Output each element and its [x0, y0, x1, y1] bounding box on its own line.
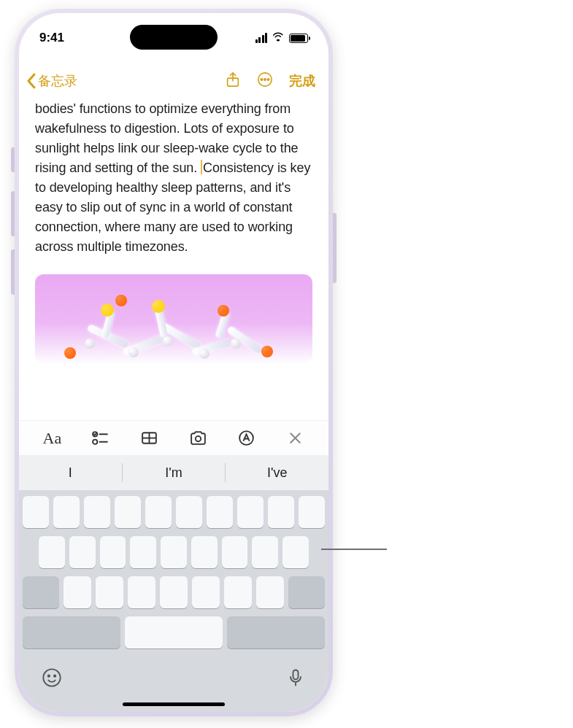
key[interactable] — [130, 536, 156, 568]
key[interactable] — [282, 536, 309, 568]
svg-point-18 — [54, 675, 55, 677]
key[interactable] — [192, 576, 220, 608]
phone-frame: 9:41 备忘录 — [15, 9, 333, 716]
emoji-icon[interactable] — [42, 667, 62, 691]
text-cursor — [201, 160, 202, 174]
mic-icon[interactable] — [285, 667, 306, 691]
svg-point-6 — [93, 440, 98, 444]
key[interactable] — [115, 496, 141, 528]
close-toolbar-button[interactable] — [281, 424, 310, 453]
suggestion-2[interactable]: I'm — [123, 458, 226, 488]
delete-key[interactable] — [288, 576, 325, 608]
space-key[interactable] — [125, 616, 223, 648]
svg-point-16 — [43, 669, 60, 686]
key[interactable] — [53, 496, 80, 528]
back-button[interactable]: 备忘录 — [26, 72, 77, 90]
svg-point-2 — [261, 79, 262, 80]
dynamic-island — [130, 25, 218, 50]
share-icon[interactable] — [225, 71, 241, 90]
key[interactable] — [252, 536, 278, 568]
suggestion-3[interactable]: I've — [226, 458, 328, 488]
svg-point-12 — [196, 436, 201, 441]
note-image[interactable] — [35, 274, 312, 363]
key[interactable] — [176, 496, 202, 528]
key[interactable] — [96, 576, 123, 608]
predictive-bar: I I'm I've — [19, 455, 328, 490]
callout-line — [321, 549, 387, 550]
key[interactable] — [100, 536, 126, 568]
key[interactable] — [160, 576, 188, 608]
key[interactable] — [69, 536, 96, 568]
svg-point-3 — [264, 79, 266, 80]
battery-icon — [289, 34, 308, 43]
key[interactable] — [191, 536, 218, 568]
back-label: 备忘录 — [38, 72, 77, 90]
text-format-button[interactable]: Aa — [37, 424, 66, 453]
key[interactable] — [128, 576, 155, 608]
side-button — [333, 213, 337, 283]
key[interactable] — [64, 576, 91, 608]
more-icon[interactable] — [257, 71, 273, 90]
wifi-icon — [272, 31, 285, 45]
key[interactable] — [39, 536, 65, 568]
suggestion-1[interactable]: I — [19, 458, 122, 488]
nav-bar: 备忘录 完成 — [19, 63, 328, 96]
keyboard[interactable] — [19, 490, 328, 712]
return-key[interactable] — [227, 616, 325, 648]
checklist-button[interactable] — [86, 424, 115, 453]
key[interactable] — [237, 496, 264, 528]
done-button[interactable]: 完成 — [289, 72, 315, 90]
svg-point-4 — [267, 79, 269, 80]
key[interactable] — [23, 496, 49, 528]
numbers-key[interactable] — [23, 616, 120, 648]
status-time: 9:41 — [39, 31, 64, 45]
key[interactable] — [256, 576, 284, 608]
table-button[interactable] — [135, 424, 164, 453]
key[interactable] — [299, 496, 325, 528]
shift-key[interactable] — [23, 576, 59, 608]
svg-rect-19 — [293, 670, 299, 680]
format-toolbar: Aa — [19, 420, 328, 455]
key[interactable] — [222, 536, 248, 568]
camera-button[interactable] — [183, 424, 212, 453]
svg-point-17 — [48, 675, 50, 677]
cellular-icon — [255, 33, 268, 43]
key[interactable] — [84, 496, 110, 528]
home-indicator[interactable] — [123, 702, 225, 706]
note-text[interactable]: bodies' functions to optimize everything… — [19, 96, 328, 257]
key[interactable] — [145, 496, 172, 528]
key[interactable] — [207, 496, 233, 528]
markup-button[interactable] — [232, 424, 261, 453]
key[interactable] — [268, 496, 294, 528]
key[interactable] — [161, 536, 187, 568]
key[interactable] — [224, 576, 252, 608]
